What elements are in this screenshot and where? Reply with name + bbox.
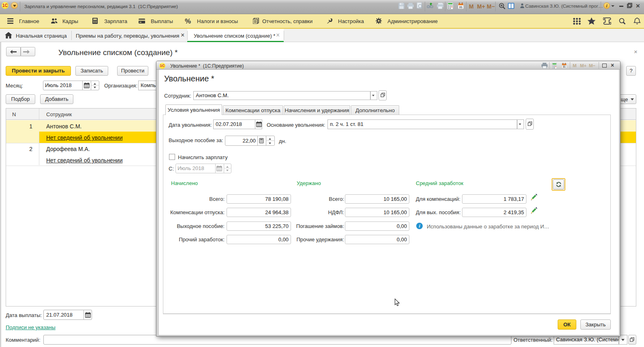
svg-text:31: 31: [459, 5, 462, 9]
